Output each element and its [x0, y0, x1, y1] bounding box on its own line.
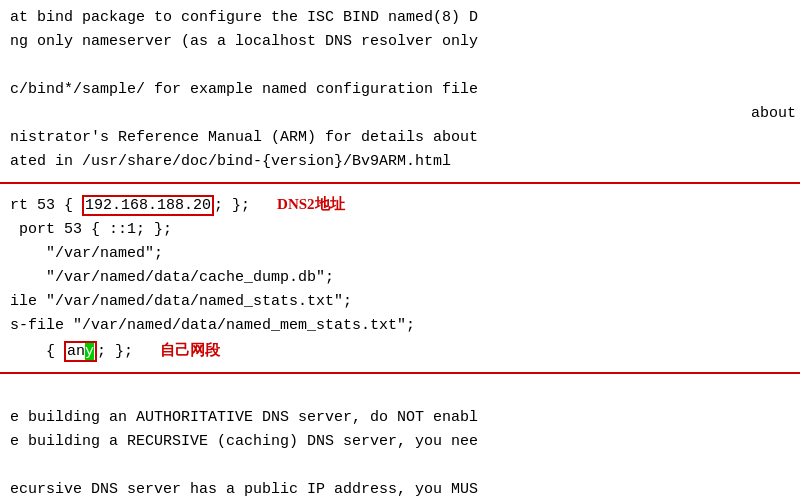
line-3-4 — [10, 454, 790, 478]
dns2-annotation: DNS2地址 — [277, 196, 345, 212]
line-2-2: port 53 { ::1; }; — [10, 218, 790, 242]
line-1-3 — [10, 54, 790, 78]
line-3-3: e building a RECURSIVE (caching) DNS ser… — [10, 430, 790, 454]
text-ref-manual: nistrator's Reference Manual (ARM) for d… — [10, 129, 478, 146]
line-1-1: at bind package to configure the ISC BIN… — [10, 6, 790, 30]
line-1-4: c/bind*/sample/ for example named config… — [10, 78, 790, 102]
any-y-highlight: y — [85, 343, 94, 360]
block-3: e building an AUTHORITATIVE DNS server, … — [0, 374, 800, 500]
line-2-1: rt 53 { 192.168.188.20; }; DNS2地址 — [10, 192, 790, 218]
block-2: rt 53 { 192.168.188.20; }; DNS2地址 port 5… — [0, 184, 800, 374]
dns2-ip: 192.168.188.20 — [85, 197, 211, 214]
line-2-4: "/var/named/data/cache_dump.db"; — [10, 266, 790, 290]
line-2-3: "/var/named"; — [10, 242, 790, 266]
about-label: about — [747, 102, 800, 126]
line-1-6: nistrator's Reference Manual (ARM) for d… — [10, 126, 790, 150]
line-1-7: ated in /usr/share/doc/bind-{version}/Bv… — [10, 150, 790, 174]
any-highlight: any — [64, 341, 97, 362]
line-2-7: { any; }; 自己网段 — [10, 338, 790, 364]
line-2-6: s-file "/var/named/data/named_mem_stats.… — [10, 314, 790, 338]
line-3-1 — [10, 382, 790, 406]
main-content: at bind package to configure the ISC BIN… — [0, 0, 800, 500]
dns2-ip-highlight: 192.168.188.20 — [82, 195, 214, 216]
line-1-5 — [10, 102, 790, 126]
line-2-5: ile "/var/named/data/named_stats.txt"; — [10, 290, 790, 314]
line-3-5: ecursive DNS server has a public IP addr… — [10, 478, 790, 500]
network-annotation: 自己网段 — [160, 342, 220, 358]
block-1: at bind package to configure the ISC BIN… — [0, 0, 800, 184]
line-3-2: e building an AUTHORITATIVE DNS server, … — [10, 406, 790, 430]
line-1-2: ng only nameserver (as a localhost DNS r… — [10, 30, 790, 54]
